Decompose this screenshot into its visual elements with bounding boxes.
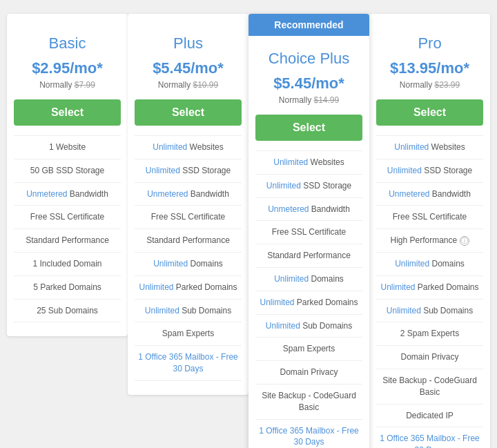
feature-item: Unlimited Parked Domains	[255, 291, 362, 315]
select-button-pro[interactable]: Select	[376, 99, 483, 126]
feature-link: Unlimited	[153, 259, 188, 269]
plan-name-pro: Pro	[376, 35, 483, 52]
feature-link: Unmetered	[268, 204, 309, 214]
feature-item: Unlimited Parked Domains	[376, 276, 483, 300]
feature-item: Unmetered Bandwidth	[135, 183, 242, 206]
plan-price-choice-plus: $5.45/mo*	[255, 75, 362, 92]
plan-card-choice-plus: RecommendedChoice Plus$5.45/mo*Normally …	[248, 14, 369, 448]
feature-item: 1 Office 365 Mailbox - Free 30 Days	[255, 420, 362, 448]
feature-list-pro: Unlimited WebsitesUnlimited SSD StorageU…	[376, 135, 483, 448]
feature-link: Unlimited	[387, 166, 422, 175]
select-button-plus[interactable]: Select	[135, 99, 242, 126]
feature-list-plus: Unlimited WebsitesUnlimited SSD StorageU…	[135, 135, 242, 381]
feature-item: Unlimited Domains	[135, 253, 242, 276]
feature-item: Unlimited SSD Storage	[376, 159, 483, 183]
plan-name-plus: Plus	[135, 35, 242, 52]
feature-item: Free SSL Certificate	[376, 206, 483, 229]
plan-normal-price-choice-plus: Normally $14.99	[255, 95, 362, 105]
feature-item: Free SSL Certificate	[135, 206, 242, 229]
feature-link: 1 Office 365 Mailbox - Free 30 Days	[138, 352, 238, 373]
feature-link: Unlimited	[266, 181, 301, 191]
feature-link: Unlimited	[260, 298, 294, 307]
feature-list-choice-plus: Unlimited WebsitesUnlimited SSD StorageU…	[255, 150, 362, 448]
feature-link: Unlimited	[274, 274, 309, 284]
feature-item: 5 Parked Domains	[14, 276, 121, 300]
feature-item: Standard Performance	[255, 244, 362, 268]
feature-item: Unmetered Bandwidth	[14, 183, 121, 206]
feature-link: Unmetered	[147, 189, 188, 199]
feature-item: Unlimited Websites	[376, 136, 483, 159]
select-button-basic[interactable]: Select	[14, 99, 121, 126]
plan-normal-price-pro: Normally $23.99	[376, 80, 483, 90]
feature-link: Unlimited	[153, 142, 187, 152]
feature-item: Unlimited Domains	[255, 268, 362, 291]
plan-normal-price-plus: Normally $10.99	[135, 80, 242, 90]
plan-price-pro: $13.95/mo*	[376, 59, 483, 77]
plan-price-basic: $2.95/mo*	[14, 59, 121, 77]
plan-name-basic: Basic	[14, 35, 121, 52]
info-icon[interactable]: ⓘ	[460, 236, 469, 246]
feature-link: Unlimited	[139, 282, 173, 292]
feature-item: Unlimited Domains	[376, 253, 483, 276]
feature-item: 50 GB SSD Storage	[14, 159, 121, 183]
feature-item: Unlimited SSD Storage	[255, 175, 362, 198]
feature-item: 25 Sub Domains	[14, 300, 121, 323]
feature-item: Unlimited Sub Domains	[135, 300, 242, 323]
feature-item: Unmetered Bandwidth	[255, 198, 362, 222]
feature-item: Spam Experts	[135, 322, 242, 346]
feature-link: Unlimited	[380, 282, 415, 292]
feature-link: Unlimited	[145, 306, 179, 315]
feature-item: 1 Office 365 Mailbox - Free 30 Days	[376, 427, 483, 448]
feature-link: Unlimited	[387, 306, 421, 315]
feature-item: Unmetered Bandwidth	[376, 183, 483, 206]
plans-container: Basic$2.95/mo*Normally $7.99Select1 Webs…	[7, 14, 490, 448]
feature-item: 1 Included Domain	[14, 253, 121, 276]
feature-item: Domain Privacy	[255, 361, 362, 384]
feature-item: Unlimited Sub Domains	[255, 315, 362, 338]
plan-normal-price-basic: Normally $7.99	[14, 80, 121, 90]
feature-item: Domain Privacy	[376, 346, 483, 369]
feature-item: Site Backup - CodeGuard Basic	[255, 384, 362, 420]
feature-link: 1 Office 365 Mailbox - Free 30 Days	[380, 434, 480, 448]
feature-link: 1 Office 365 Mailbox - Free 30 Days	[259, 426, 359, 447]
plan-card-basic: Basic$2.95/mo*Normally $7.99Select1 Webs…	[7, 14, 128, 336]
plan-card-plus: Plus$5.45/mo*Normally $10.99SelectUnlimi…	[128, 14, 248, 395]
feature-link: Unlimited	[273, 157, 308, 167]
feature-item: Unlimited Parked Domains	[135, 276, 242, 300]
feature-item: 1 Office 365 Mailbox - Free 30 Days	[135, 346, 242, 381]
plan-name-choice-plus: Choice Plus	[255, 50, 362, 68]
feature-item: Unlimited Sub Domains	[376, 300, 483, 323]
feature-item: Free SSL Certificate	[255, 221, 362, 244]
feature-item: 2 Spam Experts	[376, 322, 483, 346]
feature-item: Standard Performance	[14, 229, 121, 253]
select-button-choice-plus[interactable]: Select	[255, 115, 362, 141]
feature-link: Unlimited	[266, 321, 300, 331]
feature-item: Site Backup - CodeGuard Basic	[376, 369, 483, 405]
feature-item: Standard Performance	[135, 229, 242, 253]
plan-price-plus: $5.45/mo*	[135, 59, 242, 77]
feature-link: Unmetered	[389, 189, 429, 199]
feature-item: Unlimited Websites	[255, 151, 362, 175]
feature-link: Unlimited	[395, 259, 429, 269]
feature-item: Unlimited SSD Storage	[135, 159, 242, 183]
feature-item: High Performance ⓘ	[376, 229, 483, 253]
feature-link: Unlimited	[394, 142, 429, 152]
feature-list-basic: 1 Website50 GB SSD StorageUnmetered Band…	[14, 135, 121, 322]
feature-link: Unmetered	[26, 189, 67, 199]
plan-card-pro: Pro$13.95/mo*Normally $23.99SelectUnlimi…	[369, 14, 490, 448]
feature-link: Unlimited	[146, 166, 180, 175]
feature-item: Dedicated IP	[376, 405, 483, 428]
feature-item: Unlimited Websites	[135, 136, 242, 159]
feature-item: Free SSL Certificate	[14, 206, 121, 229]
feature-item: Spam Experts	[255, 338, 362, 361]
feature-item: 1 Website	[14, 136, 121, 159]
recommended-badge: Recommended	[248, 14, 369, 36]
